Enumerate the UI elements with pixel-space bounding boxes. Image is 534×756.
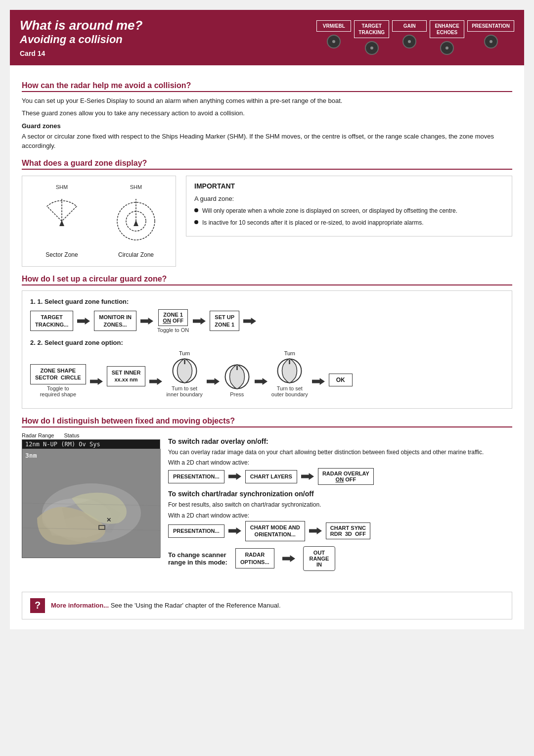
ok-group: OK bbox=[329, 374, 353, 386]
with-2d-label-2: With a 2D chart window active: bbox=[168, 512, 512, 519]
toggle-shape-label: Toggle torequired shape bbox=[40, 385, 76, 397]
zone-shape-btn[interactable]: ZONE SHAPESECTOR CIRCLE bbox=[30, 364, 86, 384]
press-label: Press bbox=[230, 391, 244, 397]
status-label: Status bbox=[64, 432, 79, 438]
monitor-in-zones-btn[interactable]: MONITOR IN ZONES... bbox=[94, 311, 136, 331]
target-tracking-label[interactable]: TARGET TRACKING bbox=[354, 20, 389, 38]
footer-body-text: See the 'Using the Radar' chapter of the… bbox=[111, 602, 281, 609]
section1-body2: These guard zones allow you to take any … bbox=[22, 108, 512, 118]
arrow-4 bbox=[243, 316, 256, 326]
vrm-ebl-label[interactable]: VRM/EBL bbox=[316, 20, 351, 32]
range-label: RANGE bbox=[310, 556, 329, 562]
presentation-knob[interactable] bbox=[484, 35, 498, 48]
radar-display: 12nm N-UP (RM) Ov Sys bbox=[22, 439, 160, 558]
gain-label[interactable]: GAIN bbox=[392, 20, 427, 32]
svg-marker-32 bbox=[301, 473, 314, 480]
important-intro: A guard zone: bbox=[194, 194, 504, 204]
zone1-on: ON bbox=[163, 318, 171, 324]
header-buttons: VRM/EBL TARGET TRACKING GAIN ENHANCE ECH… bbox=[316, 20, 514, 55]
shm-label-1: SHM bbox=[56, 184, 68, 190]
page-subtitle: Avoiding a collision bbox=[20, 33, 142, 46]
radar-bar-text: 12nm N-UP (RM) Ov Sys bbox=[25, 441, 100, 448]
target-tracking-knob[interactable] bbox=[365, 41, 379, 55]
radar-options-btn[interactable]: RADAR OPTIONS... bbox=[235, 548, 274, 568]
set-inner-btn[interactable]: SET INNER xx.xx nm bbox=[107, 366, 146, 386]
important-title: IMPORTANT bbox=[194, 182, 504, 190]
page-title: What is around me? bbox=[20, 18, 142, 33]
ok-btn[interactable]: OK bbox=[329, 374, 353, 386]
zone1-off: OFF bbox=[173, 318, 183, 324]
arrow-9 bbox=[312, 377, 325, 386]
scanner-title-text: To change scanner range in this mode: bbox=[168, 551, 227, 566]
radar-overlay-label: RADAR OVERLAY bbox=[322, 471, 369, 476]
arrow-1 bbox=[77, 316, 90, 326]
radar-panel: Radar Range Status 12nm N-UP (RM) Ov Sys bbox=[22, 432, 160, 558]
chart-layers-btn[interactable]: CHART LAYERS bbox=[245, 470, 297, 483]
radar-3nm-label: 3nm bbox=[25, 452, 37, 459]
presentation-btn-1[interactable]: PRESENTATION... bbox=[168, 470, 224, 483]
switch-overlay-title: To switch radar overlay on/off: bbox=[168, 437, 512, 445]
svg-marker-12 bbox=[149, 378, 162, 385]
sync-button-row: PRESENTATION... CHART MODE AND ORIENTATI… bbox=[168, 521, 512, 541]
presentation-label[interactable]: PRESENTATION bbox=[467, 20, 514, 32]
content: How can the radar help me avoid a collis… bbox=[10, 65, 524, 584]
radar-overlay-btn[interactable]: RADAR OVERLAY ON OFF bbox=[318, 468, 374, 485]
presentation-btn-2[interactable]: PRESENTATION... bbox=[168, 524, 224, 537]
set-up-zone1-btn[interactable]: SET UP ZONE 1 bbox=[210, 311, 239, 331]
zone1-label: ZONE 1 bbox=[163, 312, 183, 318]
setup-box: 1. 1. Select guard zone function: TARGET… bbox=[22, 290, 512, 409]
arrow-5 bbox=[90, 377, 103, 386]
footer-text: More information... See the 'Using the R… bbox=[51, 602, 281, 609]
sector-zone-label: Sector Zone bbox=[45, 251, 78, 258]
step1-number: 1. bbox=[30, 298, 36, 305]
enhance-echoes-knob[interactable] bbox=[440, 41, 454, 55]
svg-marker-34 bbox=[309, 528, 322, 535]
radar-range-label: Radar Range bbox=[22, 432, 54, 438]
on-label: ON bbox=[336, 476, 344, 482]
enhance-echoes-label[interactable]: ENHANCE ECHOES bbox=[430, 20, 464, 38]
radar-map-svg: ✕ bbox=[22, 449, 161, 558]
chart-mode-btn[interactable]: CHART MODE AND ORIENTATION... bbox=[245, 521, 305, 541]
threed-label: 3D bbox=[345, 531, 352, 537]
turn-label-1: Turn bbox=[179, 350, 190, 356]
circular-zone-svg bbox=[106, 194, 166, 248]
gain-knob[interactable] bbox=[402, 35, 416, 48]
scanner-range-row: To change scanner range in this mode: RA… bbox=[168, 546, 512, 571]
off-label2: OFF bbox=[355, 531, 366, 537]
radar-labels: Radar Range Status bbox=[22, 432, 160, 438]
step2-text: 2. Select guard zone option: bbox=[37, 339, 123, 346]
target-tracking-btn[interactable]: TARGET TRACKING... bbox=[30, 311, 73, 331]
zone1-btn[interactable]: ZONE 1 ON OFF bbox=[158, 309, 188, 326]
svg-marker-11 bbox=[90, 378, 103, 385]
arrow-scanner bbox=[282, 554, 295, 564]
chart-sync-btn[interactable]: CHART SYNC RDR 3D OFF bbox=[326, 522, 370, 539]
svg-marker-10 bbox=[243, 318, 256, 325]
section1-body1: You can set up your E-Series Display to … bbox=[22, 96, 512, 106]
arrow-overlay-1 bbox=[228, 472, 241, 481]
step1-button-row: TARGET TRACKING... MONITOR IN ZONES... Z… bbox=[30, 309, 504, 333]
bullet-text-2: Is inactive for 10 seconds after it is p… bbox=[202, 218, 424, 227]
shm-label-2: SHM bbox=[130, 184, 142, 190]
zone1-group: ZONE 1 ON OFF Toggle to ON bbox=[157, 309, 189, 333]
bullet-item-2: Is inactive for 10 seconds after it is p… bbox=[194, 218, 504, 227]
step1-label: 1. 1. Select guard zone function: bbox=[30, 298, 504, 305]
radar-map: ✕ 3nm bbox=[22, 449, 160, 558]
step2-button-row: ZONE SHAPESECTOR CIRCLE Toggle torequire… bbox=[30, 350, 504, 397]
zone-diagrams: SHM Sector Zone SHM bbox=[22, 176, 176, 267]
target-tracking-group: TARGET TRACKING... bbox=[30, 311, 73, 331]
knob1-container: Turn Turn to setinner boundary bbox=[166, 350, 202, 397]
guard-zones-body: A sector or circular zone fixed with res… bbox=[22, 132, 512, 151]
svg-marker-35 bbox=[282, 555, 295, 562]
range-dial[interactable]: OUT RANGE IN bbox=[303, 546, 336, 571]
svg-marker-7 bbox=[77, 318, 90, 325]
bullet-text-1: Will only operate when a whole zone is d… bbox=[202, 206, 457, 215]
scanner-title: To change scanner range in this mode: bbox=[168, 551, 227, 566]
turn-label-3: Turn bbox=[284, 350, 295, 356]
svg-marker-21 bbox=[312, 378, 325, 385]
sync-title: To switch chart/radar synchronization on… bbox=[168, 490, 512, 498]
vrm-ebl-knob[interactable] bbox=[327, 35, 341, 48]
arrow-3 bbox=[193, 316, 206, 326]
guard-zones-label: Guard zones bbox=[22, 122, 512, 130]
guard-zone-display: SHM Sector Zone SHM bbox=[22, 176, 512, 267]
svg-marker-33 bbox=[228, 528, 241, 535]
